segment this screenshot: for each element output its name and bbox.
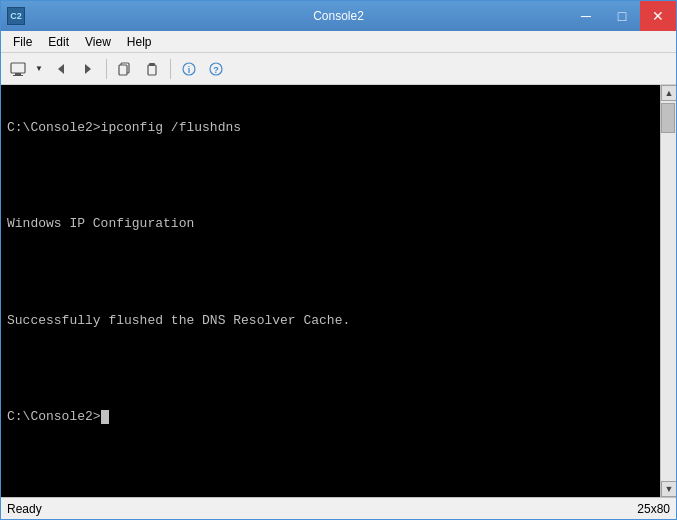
svg-rect-0 [11,63,25,73]
menu-edit[interactable]: Edit [40,33,77,51]
window-title: Console2 [313,9,364,23]
title-bar-left: C2 [7,7,25,25]
svg-marker-4 [85,64,91,74]
scrollbar[interactable]: ▲ ▼ [660,85,676,497]
menu-help[interactable]: Help [119,33,160,51]
terminal-line-1: C:\Console2>ipconfig /flushdns [7,119,654,137]
content-area: C:\Console2>ipconfig /flushdns Windows I… [1,85,676,497]
menu-file[interactable]: File [5,33,40,51]
scroll-thumb[interactable] [661,103,675,133]
new-console-button[interactable] [5,57,31,81]
svg-rect-1 [15,73,21,75]
next-button[interactable] [75,57,101,81]
menu-bar: File Edit View Help [1,31,676,53]
info-button[interactable]: i [176,57,202,81]
next-icon [81,62,95,76]
terminal-line-3: Windows IP Configuration [7,215,654,233]
svg-rect-8 [149,63,155,66]
status-text: Ready [7,502,42,516]
main-window: C2 Console2 ─ □ ✕ File Edit View Help [0,0,677,520]
maximize-button[interactable]: □ [604,1,640,31]
svg-marker-3 [58,64,64,74]
scroll-up-button[interactable]: ▲ [661,85,676,101]
close-button[interactable]: ✕ [640,1,676,31]
terminal-prompt: C:\Console2> [7,409,101,424]
terminal-line-7: C:\Console2> [7,408,654,426]
toolbar-group-3 [112,57,165,81]
svg-text:?: ? [213,65,219,75]
menu-view[interactable]: View [77,33,119,51]
copy-button[interactable] [112,57,138,81]
toolbar-group-2 [48,57,101,81]
info-icon: i [182,62,196,76]
svg-text:i: i [188,65,191,75]
toolbar-separator-1 [106,59,107,79]
new-console-dropdown[interactable]: ▼ [32,57,46,81]
monitor-icon [10,61,26,77]
scroll-down-button[interactable]: ▼ [661,481,676,497]
copy-icon [118,62,132,76]
svg-rect-7 [148,65,156,75]
app-icon: C2 [7,7,25,25]
terminal-line-5: Successfully flushed the DNS Resolver Ca… [7,312,654,330]
title-bar: C2 Console2 ─ □ ✕ [1,1,676,31]
prev-icon [54,62,68,76]
paste-button[interactable] [139,57,165,81]
toolbar-group-1: ▼ [5,57,46,81]
terminal-line-6 [7,360,654,378]
minimize-button[interactable]: ─ [568,1,604,31]
title-buttons: ─ □ ✕ [568,1,676,31]
terminal-line-4 [7,264,654,282]
toolbar: ▼ [1,53,676,85]
toolbar-separator-2 [170,59,171,79]
paste-icon [145,62,159,76]
cursor [101,410,109,424]
prev-button[interactable] [48,57,74,81]
scroll-track[interactable] [661,101,676,481]
terminal-line-2 [7,167,654,185]
terminal[interactable]: C:\Console2>ipconfig /flushdns Windows I… [1,85,660,497]
toolbar-group-4: i ? [176,57,229,81]
svg-rect-2 [13,75,23,76]
terminal-size: 25x80 [637,502,670,516]
status-bar: Ready 25x80 [1,497,676,519]
help-icon: ? [209,62,223,76]
help-button[interactable]: ? [203,57,229,81]
svg-rect-6 [119,65,127,75]
